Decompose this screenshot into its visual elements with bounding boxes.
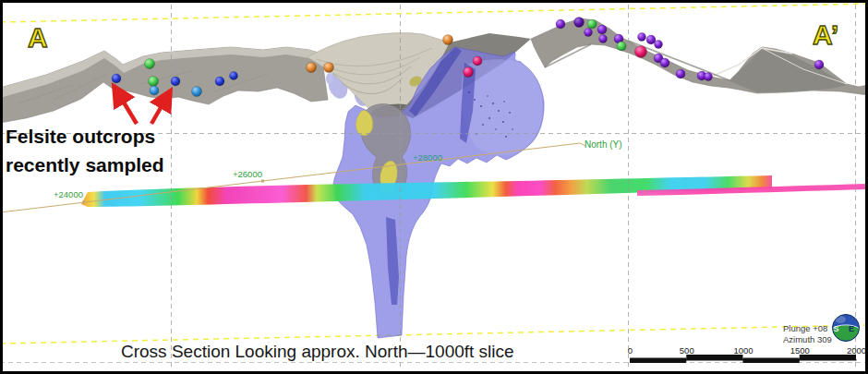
sample-marker-orange[interactable] [307, 63, 317, 73]
sample-marker-magenta[interactable] [473, 56, 482, 66]
sample-marker-blue[interactable] [112, 74, 121, 83]
sample-marker-green[interactable] [617, 42, 626, 51]
slice-boundary-bottom [0, 325, 868, 344]
3d-scene-viewport[interactable]: S E [0, 0, 868, 374]
axis-tick-label: +24000 [54, 189, 83, 199]
scale-bar-label: 500 [680, 345, 694, 356]
north-axis-label: North (Y) [585, 139, 622, 150]
sample-marker-magenta[interactable] [464, 67, 474, 78]
orientation-globe[interactable]: S E [833, 315, 860, 342]
slice-boundary-top [0, 4, 868, 22]
sample-marker-orange[interactable] [324, 63, 334, 73]
globe-south-letter: S [834, 324, 839, 333]
cross-section-figure: S E A A’ Felsite outcrops recently sampl… [0, 0, 868, 374]
sample-marker-lightblue[interactable] [192, 87, 202, 97]
sample-marker-magenta[interactable] [635, 46, 647, 58]
plunge-value: Plunge +08 [783, 323, 832, 334]
sample-marker-purple[interactable] [599, 35, 608, 43]
scale-bar-label: 1500 [790, 345, 810, 356]
axis-tick-label: +26000 [233, 169, 262, 179]
azimuth-value: Azimuth 309 [783, 334, 832, 345]
sample-marker-purple[interactable] [655, 41, 663, 49]
sample-marker-blue[interactable] [215, 77, 224, 86]
view-orientation-info: Plunge +08 Azimuth 309 [783, 323, 832, 344]
scale-bar-label: 2000 [847, 345, 866, 356]
felsite-annotation-line2: recently sampled [6, 151, 164, 179]
sample-marker-lightblue[interactable] [150, 86, 159, 95]
magnetics-depth-slice[interactable] [81, 175, 868, 207]
sample-marker-purple[interactable] [660, 58, 669, 67]
sample-marker-darkpurple[interactable] [574, 18, 585, 28]
scale-bar-label: 0 [628, 345, 633, 356]
scale-bar [630, 355, 857, 363]
sample-marker-orange[interactable] [443, 35, 453, 45]
sample-marker-purple[interactable] [814, 60, 824, 69]
section-end-label: A’ [813, 19, 838, 51]
sample-marker-purple[interactable] [585, 29, 593, 37]
sample-marker-blue[interactable] [230, 72, 238, 80]
scale-bar-label: 1000 [733, 345, 753, 356]
axis-tick-label: +28000 [413, 152, 442, 163]
felsite-annotation-line1: Felsite outcrops [6, 122, 164, 151]
figure-caption: Cross Section Looking approx. North—1000… [121, 342, 514, 362]
felsite-annotation: Felsite outcrops recently sampled [6, 122, 164, 179]
sample-marker-purple[interactable] [638, 33, 646, 42]
sample-marker-purple[interactable] [705, 73, 713, 81]
sample-marker-blue[interactable] [171, 77, 180, 86]
section-start-label: A [28, 22, 48, 54]
globe-east-letter: E [849, 324, 854, 333]
sample-marker-purple[interactable] [597, 25, 607, 34]
sample-marker-green[interactable] [145, 59, 155, 69]
sample-marker-purple[interactable] [676, 69, 685, 78]
sample-marker-green[interactable] [587, 19, 597, 29]
sample-marker-green[interactable] [149, 77, 159, 87]
sample-marker-purple[interactable] [556, 19, 565, 29]
